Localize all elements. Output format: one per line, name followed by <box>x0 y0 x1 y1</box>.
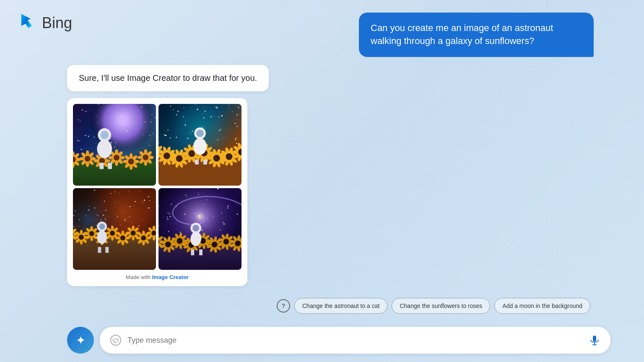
message-input[interactable] <box>127 336 583 345</box>
header: Bing <box>17 13 72 34</box>
user-message-bubble: Can you create me an image of an astrona… <box>359 13 594 57</box>
generated-image-2[interactable] <box>158 104 242 186</box>
chat-icon <box>110 334 122 346</box>
help-icon[interactable]: ? <box>277 299 290 313</box>
svg-rect-1 <box>593 336 596 341</box>
generated-image-1[interactable] <box>73 104 156 186</box>
image-grid-container: Made with Image Creator <box>67 98 247 286</box>
chip-change-astronaut[interactable]: Change the astronaut to a cat <box>294 298 387 314</box>
svg-point-0 <box>111 335 121 345</box>
generated-image-4[interactable] <box>158 188 242 270</box>
microphone-icon[interactable] <box>589 334 600 346</box>
sparkle-button[interactable]: ✦ <box>67 327 94 354</box>
image-grid <box>73 104 242 270</box>
image-creator-link[interactable]: Image Creator <box>152 274 189 280</box>
bing-title: Bing <box>42 14 72 32</box>
ai-text-bubble: Sure, I'll use Image Creator to draw tha… <box>67 65 269 91</box>
generated-image-3[interactable] <box>73 188 156 270</box>
chip-add-moon[interactable]: Add a moon in the background <box>494 298 590 314</box>
input-bar <box>100 327 610 354</box>
bing-logo-icon <box>17 13 38 34</box>
image-caption: Made with Image Creator <box>73 274 242 280</box>
chip-change-sunflowers[interactable]: Change the sunflowers to roses <box>392 298 490 314</box>
sparkle-icon: ✦ <box>76 334 86 347</box>
input-bar-container: ✦ <box>67 327 610 354</box>
ai-response-area: Sure, I'll use Image Creator to draw tha… <box>67 65 269 286</box>
suggestions-area: ? Change the astronaut to a cat Change t… <box>277 298 590 314</box>
